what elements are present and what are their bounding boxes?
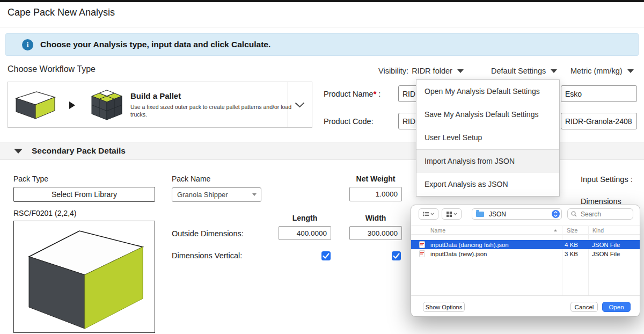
net-weight-label: Net Weight [349, 175, 402, 183]
length-input[interactable] [279, 226, 331, 240]
metric-label: Metric (mm/kg) [570, 67, 623, 75]
chevron-down-icon [453, 213, 457, 215]
info-banner: i Choose your Analysis type, input data … [5, 33, 639, 56]
card-divider [288, 82, 288, 127]
visibility-value: RIDR folder [412, 67, 452, 75]
file-name: inputData (dancing fish).json [430, 242, 509, 248]
box-3d-icon [21, 226, 150, 330]
json-file-icon [419, 241, 425, 248]
width-vertical-checkbox[interactable] [392, 251, 401, 260]
dimensions-vertical-label: Dimensions Vertical: [172, 251, 242, 260]
file-name: inputData (new).json [430, 251, 487, 257]
location-value: JSON [489, 210, 506, 218]
width-column-header: Width [349, 214, 402, 222]
file-size: 3 KB [565, 251, 578, 257]
file-list-header: Name Size Kind [411, 226, 640, 235]
product-name-label-text: Product Name [324, 90, 374, 98]
length-vertical-checkbox[interactable] [321, 251, 331, 260]
footer-divider [411, 295, 640, 296]
file-open-dialog: JSON Name Size Kind [411, 205, 640, 317]
json-file-icon [419, 250, 425, 257]
search-field[interactable] [567, 208, 633, 220]
banner-text: Choose your Analysis type, input data an… [40, 40, 270, 49]
workflow-card-title: Build a Pallet [130, 91, 298, 100]
metric-dropdown[interactable]: Metric (mm/kg) [570, 67, 634, 75]
default-settings-dropdown[interactable]: Default Settings [491, 67, 557, 75]
column-divider [588, 226, 589, 295]
pack-name-value: Granola Shipper [177, 191, 228, 199]
column-divider [562, 226, 562, 295]
pack-name-select[interactable]: Granola Shipper [172, 187, 261, 202]
input-settings-label: Input Settings : [581, 175, 633, 184]
open-button[interactable]: Open [602, 302, 631, 312]
page-title: Cape Pack New Analysis [8, 7, 115, 18]
file-kind: JSON File [592, 251, 620, 257]
search-icon [571, 211, 577, 217]
checkmark-icon [321, 251, 331, 260]
visibility-label: Visibility: [378, 67, 408, 75]
chevron-down-icon[interactable] [295, 102, 305, 108]
column-header-size[interactable]: Size [567, 227, 577, 234]
play-arrow-icon [69, 101, 75, 109]
product-name-label: Product Name* : [324, 90, 380, 98]
menu-item-import-json[interactable]: Import Analysis from JSON [416, 150, 559, 173]
length-column-header: Length [279, 214, 331, 222]
menu-item-open-defaults[interactable]: Open My Analysis Default Settings [416, 80, 559, 103]
location-dropdown[interactable]: JSON [472, 208, 562, 220]
caret-down-icon [627, 69, 634, 73]
menu-item-user-level-setup[interactable]: User Level Setup [416, 126, 559, 149]
workflow-type-card[interactable]: Build a Pallet Use a fixed sized outer p… [8, 82, 312, 128]
folder-icon [476, 212, 484, 217]
pack-name-label: Pack Name [172, 175, 210, 183]
pack-type-label: Pack Type [13, 175, 48, 183]
file-row[interactable]: inputData (new).json 3 KB JSON File [411, 249, 640, 258]
menu-item-save-defaults[interactable]: Save My Analysis Default Settings [416, 103, 559, 126]
workflow-section-title: Choose Workflow Type [8, 64, 96, 74]
cancel-button[interactable]: Cancel [570, 302, 598, 312]
info-icon: i [22, 39, 33, 50]
select-from-library-button[interactable]: Select From Library [13, 187, 155, 202]
product-code-label: Product Code: [324, 117, 374, 126]
checkmark-icon [392, 251, 401, 260]
settings-dropdown-menu: Open My Analysis Default Settings Save M… [416, 79, 560, 197]
cape-pack-window: Cape Pack New Analysis i Choose your Ana… [0, 0, 644, 334]
pack-3d-image [13, 221, 155, 333]
file-kind: JSON File [592, 242, 620, 248]
select-caret-icon [252, 193, 257, 196]
file-row-selected[interactable]: inputData (dancing fish).json 4 KB JSON … [411, 240, 640, 249]
grid-view-icon [447, 212, 452, 217]
show-options-button[interactable]: Show Options [423, 302, 465, 312]
caret-down-icon [551, 69, 557, 73]
visibility-dropdown[interactable]: Visibility: RIDR folder [378, 67, 464, 75]
single-box-icon [14, 90, 56, 120]
collapse-triangle-icon [14, 149, 23, 154]
product-name-label-colon: : [376, 90, 380, 98]
net-weight-input[interactable] [349, 187, 402, 201]
product-name-secondary-input[interactable] [561, 85, 637, 102]
file-size: 4 KB [565, 242, 578, 248]
caret-down-icon [457, 69, 464, 73]
width-input[interactable] [349, 226, 402, 240]
header-divider [0, 27, 644, 27]
column-header-name[interactable]: Name [430, 227, 445, 234]
pack-style-code: RSC/F0201 (2,2,4) [13, 209, 77, 217]
column-header-kind[interactable]: Kind [592, 227, 604, 234]
search-input[interactable] [581, 210, 627, 218]
pallet-icon [90, 89, 124, 122]
workflow-card-description: Use a fixed sized outer pack to create p… [130, 103, 297, 118]
outside-dimensions-label: Outside Dimensions: [172, 229, 244, 238]
stepper-icon [552, 210, 560, 218]
default-settings-label: Default Settings [491, 67, 546, 75]
top-border [0, 0, 644, 2]
product-code-secondary-input[interactable] [561, 113, 637, 129]
view-as-grid-button[interactable] [442, 208, 462, 220]
menu-item-export-json[interactable]: Export Analysis as JSON [416, 173, 559, 196]
section-title: Secondary Pack Details [32, 146, 126, 156]
chevron-down-icon [430, 213, 434, 215]
list-view-icon [423, 212, 429, 216]
view-as-list-button[interactable] [419, 208, 438, 220]
sort-asc-icon [554, 229, 557, 231]
